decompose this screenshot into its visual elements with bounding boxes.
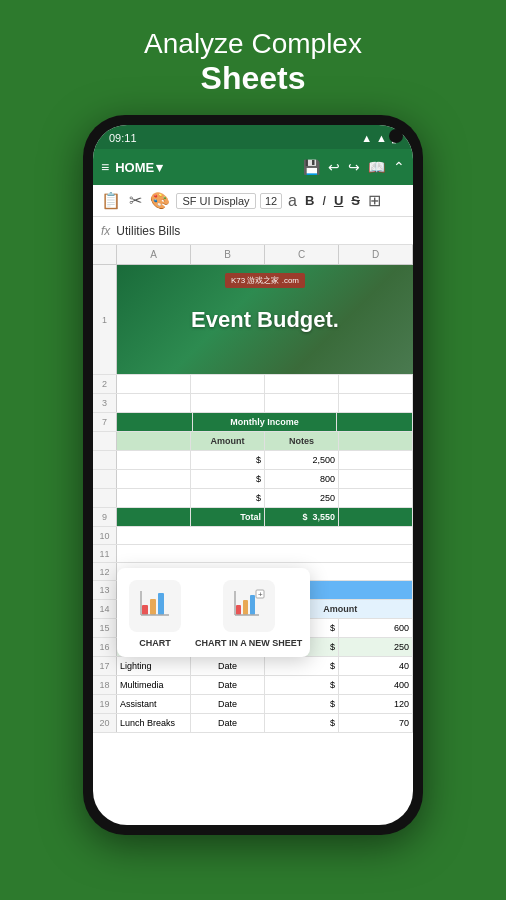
total-value: $ 3,550 — [265, 508, 339, 526]
cell-3d[interactable] — [339, 394, 413, 412]
formula-bar: fx Utilities Bills — [93, 217, 413, 245]
expense-20-date[interactable]: Date — [191, 714, 265, 732]
row-num-2: 2 — [93, 375, 117, 393]
svg-rect-0 — [142, 605, 148, 615]
page-header: Analyze Complex Sheets — [144, 28, 362, 97]
svg-rect-1 — [150, 599, 156, 615]
income-3-notes[interactable] — [339, 489, 413, 507]
col-header-b[interactable]: B — [191, 245, 265, 264]
formula-value[interactable]: Utilities Bills — [116, 224, 405, 238]
format-painter-icon[interactable]: 🎨 — [148, 189, 172, 212]
expense-17-item[interactable]: Lighting — [117, 657, 191, 675]
expense-17-date[interactable]: Date — [191, 657, 265, 675]
home-label: HOME — [115, 160, 154, 175]
expense-18-sym[interactable]: $ — [265, 676, 339, 694]
cell-2d[interactable] — [339, 375, 413, 393]
income-3-a[interactable] — [117, 489, 191, 507]
menu-icon[interactable]: ≡ — [101, 159, 109, 175]
income-2-a[interactable] — [117, 470, 191, 488]
expense-18-amt[interactable]: 400 — [339, 676, 413, 694]
col-header-d[interactable]: D — [339, 245, 413, 264]
monthly-income-empty[interactable] — [337, 413, 413, 431]
row-num-i3 — [93, 489, 117, 507]
banner-row: 1 K73 游戏之家 .com Event Budget. — [93, 265, 413, 375]
monthly-income-title: Monthly Income — [193, 413, 338, 431]
borders-icon[interactable]: ⊞ — [366, 189, 383, 212]
row-num-header — [93, 245, 117, 264]
save-icon[interactable]: 💾 — [303, 159, 320, 175]
expense-17-amt[interactable]: 40 — [339, 657, 413, 675]
income-3-amount[interactable]: 250 — [265, 489, 339, 507]
k73-logo: K73 游戏之家 .com — [225, 273, 305, 288]
home-menu[interactable]: HOME ▾ — [115, 160, 163, 175]
status-bar: 09:11 ▲ ▲ ▮ — [93, 125, 413, 149]
paste-icon[interactable]: 📋 — [99, 189, 123, 212]
expense-17-sym[interactable]: $ — [265, 657, 339, 675]
total-empty[interactable] — [117, 508, 191, 526]
income-2-amount[interactable]: 800 — [265, 470, 339, 488]
svg-rect-5 — [236, 605, 241, 615]
monthly-income-label[interactable] — [117, 413, 193, 431]
letter-a-icon[interactable]: a — [286, 190, 299, 212]
header-line1: Analyze Complex — [144, 28, 362, 60]
expense-19-item[interactable]: Assistant — [117, 695, 191, 713]
expense-18-item[interactable]: Multimedia — [117, 676, 191, 694]
expense-20-sym[interactable]: $ — [265, 714, 339, 732]
cut-icon[interactable]: ✂ — [127, 189, 144, 212]
chart-option[interactable]: CHART — [125, 580, 185, 649]
expand-icon[interactable]: ⌃ — [393, 159, 405, 175]
expense-16-amt[interactable]: 250 — [339, 638, 413, 656]
income-3-dollar[interactable]: $ — [191, 489, 265, 507]
cell-3c[interactable] — [265, 394, 339, 412]
sheet-row-10: 10 — [93, 527, 413, 545]
strikethrough-button[interactable]: S — [349, 193, 362, 208]
expense-18-date[interactable]: Date — [191, 676, 265, 694]
italic-button[interactable]: I — [320, 193, 328, 208]
expense-20-amt[interactable]: 70 — [339, 714, 413, 732]
row-num-10: 10 — [93, 527, 117, 544]
camera-cutout — [389, 129, 403, 143]
total-label: Total — [191, 508, 265, 526]
banner-background: K73 游戏之家 .com Event Budget. — [117, 265, 413, 374]
income-1-amount[interactable]: 2,500 — [265, 451, 339, 469]
amount-header-cell[interactable] — [117, 432, 191, 450]
expense-19-date[interactable]: Date — [191, 695, 265, 713]
income-2-dollar[interactable]: $ — [191, 470, 265, 488]
expense-row-20: 20 Lunch Breaks Date $ 70 — [93, 714, 413, 733]
notes-header-empty[interactable] — [339, 432, 413, 450]
row-num-1: 1 — [93, 265, 117, 374]
expense-19-amt[interactable]: 120 — [339, 695, 413, 713]
cell-3b[interactable] — [191, 394, 265, 412]
bold-button[interactable]: B — [303, 193, 316, 208]
expense-row-19: 19 Assistant Date $ 120 — [93, 695, 413, 714]
total-empty2[interactable] — [339, 508, 413, 526]
expense-19-sym[interactable]: $ — [265, 695, 339, 713]
redo-icon[interactable]: ↪ — [348, 159, 360, 175]
income-1-dollar[interactable]: $ — [191, 451, 265, 469]
sheet-row-2: 2 — [93, 375, 413, 394]
undo-icon[interactable]: ↩ — [328, 159, 340, 175]
income-1-a[interactable] — [117, 451, 191, 469]
book-icon[interactable]: 📖 — [368, 159, 385, 175]
income-2-notes[interactable] — [339, 470, 413, 488]
underline-button[interactable]: U — [332, 193, 345, 208]
income-1-notes[interactable] — [339, 451, 413, 469]
svg-rect-6 — [243, 600, 248, 615]
expense-20-item[interactable]: Lunch Breaks — [117, 714, 191, 732]
cell-10[interactable] — [117, 527, 413, 545]
font-name-field[interactable]: SF UI Display — [176, 193, 256, 209]
cell-11[interactable] — [117, 545, 413, 563]
col-header-a[interactable]: A — [117, 245, 191, 264]
row-num-11: 11 — [93, 545, 117, 562]
cell-3a[interactable] — [117, 394, 191, 412]
svg-rect-2 — [158, 593, 164, 615]
font-size-field[interactable]: 12 — [260, 193, 282, 209]
expense-15-amt[interactable]: 600 — [339, 619, 413, 637]
chart-new-sheet-option[interactable]: + CHART IN A NEW SHEET — [195, 580, 302, 649]
cell-2c[interactable] — [265, 375, 339, 393]
col-header-c[interactable]: C — [265, 245, 339, 264]
cell-2a[interactable] — [117, 375, 191, 393]
cell-2b[interactable] — [191, 375, 265, 393]
chart-new-icon-bg: + — [223, 580, 275, 632]
expense-row-17: 17 Lighting Date $ 40 — [93, 657, 413, 676]
